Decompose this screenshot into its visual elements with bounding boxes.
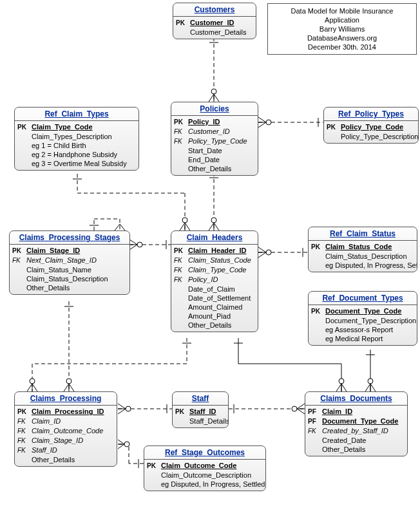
attr-name: End_Date [188,155,255,164]
attr-name: Date_of_Claim [188,285,255,294]
entity-title: Claims_Processing [15,392,117,406]
attr-name: Claim_Types_Description [32,132,136,141]
entity-claims-processing: Claims_Processing PKClaim_Processing_ID … [14,391,117,467]
attr-note: eg 3 = Overtime Meal Subsidy [17,159,136,168]
entity-ref-claim-types: Ref_Claim_Types PKClaim_Type_Code Claim_… [14,107,139,171]
svg-line-61 [370,384,376,391]
key-fk: FK [174,266,188,275]
attr-note: eg 2 = Handphone Subsidy [17,150,136,159]
attr-name: Document_Type_Description [325,316,416,325]
entity-staff: Staff PKStaff_ID Staff_Details [172,391,229,428]
attr-name: Policy_Type_Code [341,122,415,131]
key-fk: FK [17,417,32,426]
attr-name: Claim_Outcome_Code [32,426,114,435]
attr-name: Other_Details [26,283,127,292]
entity-title: Claims_Processing_Stages [10,231,129,245]
attr-name: Claim_Status_Code [325,242,414,251]
key-fk: FK [174,137,188,146]
attr-name: Claim_Status_Name [26,265,127,274]
attr-name: Other_Details [322,445,405,454]
attr-note: eg Assessor-s Report [311,325,414,334]
svg-line-3 [209,94,214,102]
svg-line-77 [118,440,124,444]
attr-name: Created_Date [322,436,405,445]
attr-name: Created_by_Staff_ID [322,426,405,435]
key-pk: PK [311,307,325,316]
attr-name: Customer_ID [188,127,255,136]
key-pk: PK [174,118,188,127]
svg-line-13 [209,223,214,230]
svg-line-32 [115,224,120,230]
entity-ref-document-types: Ref_Document_Types PKDocument_Type_Code … [308,291,417,346]
svg-line-65 [118,404,126,409]
key-pk: PK [174,247,188,256]
attr-name: Claim_Type_Code [188,265,255,274]
key-pk: PK [327,123,341,132]
svg-line-55 [336,384,341,391]
attr-name: Staff_ID [189,407,225,416]
attr-name: Claim_Status_Code [188,256,255,265]
svg-line-49 [32,384,37,391]
svg-line-78 [118,444,124,449]
attr-name: Other_Details [188,164,255,173]
attr-name: Other_Details [32,455,114,464]
attr-name: Staff_Details [189,417,229,426]
attr-name: Claim_Outcome_Description [161,471,263,480]
entity-title: Ref_Policy_Types [324,108,418,121]
key-fk: FK [174,256,188,265]
entity-title: Claims_Documents [305,392,407,406]
attr-name: Claim_Processing_ID [32,407,114,416]
attr-name: Claim_Stage_ID [26,246,127,255]
attr-name: Staff_ID [32,445,114,454]
svg-line-26 [258,252,266,258]
attr-note: eg 1 = Child Birth [17,141,136,150]
attr-name: Start_Date [188,146,255,155]
attr-name: Claim_Status_Description [26,274,127,283]
entity-claims-documents: Claims_Documents PFClaim_ID PFDocument_T… [305,391,408,456]
key-pk: PK [147,462,161,471]
entity-title: Ref_Claim_Types [15,108,138,121]
entity-claim-headers: Claim_Headers PKClaim_Header_ID FKClaim_… [171,230,258,332]
attr-name: Policy_Type_Code [188,136,255,145]
key-fk: FK [17,446,32,455]
entity-customers: Customers PKCustomer_ID Customer_Details [173,3,256,39]
attr-name: Claim_ID [322,407,405,416]
attr-name: Policy_ID [188,117,255,126]
key-fk: FK [17,436,32,445]
entity-claims-processing-stages: Claims_Processing_Stages PKClaim_Stage_I… [9,230,130,295]
entity-title: Ref_Document_Types [309,292,417,305]
key-pf: PF [308,417,322,426]
key-fk: FK [17,427,32,436]
key-pk: PK [176,19,190,28]
entity-title: Policies [171,102,258,116]
svg-line-66 [118,409,126,414]
attr-name: Amount_Claimed [188,303,255,312]
attr-name: Claim_Header_ID [188,246,255,255]
attr-name: Customer_ID [190,18,253,27]
svg-line-8 [258,117,266,122]
attr-note: eg Disputed, In Progress, Settled [311,261,414,270]
attr-name: Claim_Type_Code [32,122,136,131]
svg-line-41 [64,384,69,391]
entity-ref-policy-types: Ref_Policy_Types PKPolicy_Type_Code Poli… [323,107,419,144]
attr-name: Document_Type_Code [322,417,405,426]
key-pk: PK [17,408,32,417]
key-pk: PK [175,408,189,417]
entity-title: Ref_Stage_Outcomes [144,446,265,460]
entity-title: Claim_Headers [171,231,258,245]
key-pk: PK [17,123,32,132]
attr-name: Customer_Details [190,28,253,37]
attr-note: eg Disputed, In Progress, Settled [147,480,263,489]
info-line2: Barry Williams [273,24,411,33]
svg-line-25 [258,247,266,252]
svg-line-33 [120,224,125,230]
svg-line-70 [297,404,305,409]
key-pk: PK [311,243,325,252]
entity-title: Staff [173,392,228,406]
attr-name: Document_Type_Code [325,306,414,315]
key-fk: FK [12,256,26,265]
svg-line-37 [129,245,137,250]
key-fk: FK [174,127,188,136]
attr-name: Claim_Stage_ID [32,436,114,445]
entity-title: Ref_Claim_Status [309,227,417,241]
